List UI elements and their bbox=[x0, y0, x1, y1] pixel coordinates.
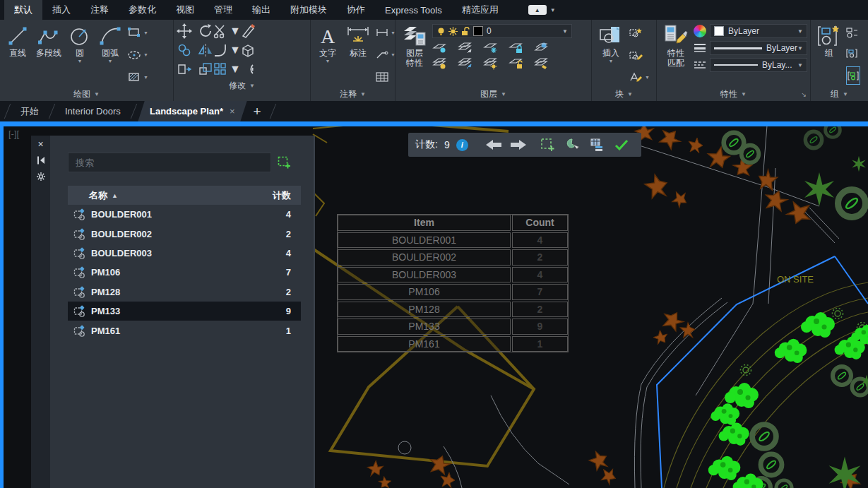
insert-block-button[interactable]: 插入 ▼ bbox=[596, 23, 626, 87]
insert-count-table-button[interactable] bbox=[588, 136, 606, 154]
trim-icon[interactable]: ▼ bbox=[213, 23, 241, 39]
text-dropdown-caret-icon[interactable]: ▼ bbox=[326, 59, 331, 64]
ribbon-tab-manage[interactable]: 管理 bbox=[204, 0, 242, 20]
lineweight-icon[interactable] bbox=[694, 43, 706, 53]
layer-make-current-icon[interactable] bbox=[534, 42, 549, 54]
line-button[interactable]: 直线 bbox=[4, 23, 31, 87]
rectangle-button[interactable]: ▼ bbox=[127, 25, 148, 40]
leader-button[interactable]: ▼ bbox=[376, 47, 396, 63]
object-color-dropdown[interactable]: ByLayer ▼ bbox=[710, 24, 807, 38]
hatch-button[interactable]: ▼ bbox=[127, 69, 148, 85]
finish-count-button[interactable] bbox=[612, 136, 631, 154]
stretch-icon[interactable] bbox=[177, 61, 192, 77]
layer-match-icon[interactable] bbox=[458, 57, 473, 70]
ribbon-tab-home[interactable]: 默认 bbox=[4, 0, 42, 20]
ribbon-tab-output[interactable]: 输出 bbox=[242, 0, 280, 20]
sort-ascending-icon[interactable]: ▲ bbox=[112, 192, 118, 199]
count-info-icon[interactable]: i bbox=[456, 139, 468, 151]
count-list-item-selected[interactable]: PM133 9 bbox=[68, 302, 301, 321]
ribbon-tab-featured-apps[interactable]: 精选应用 bbox=[452, 0, 509, 20]
ribbon-tab-parametric[interactable]: 参数化 bbox=[119, 0, 166, 20]
ribbon-tab-express-tools[interactable]: Express Tools bbox=[375, 0, 452, 20]
close-palette-icon[interactable]: × bbox=[37, 139, 43, 149]
new-drawing-button[interactable]: + bbox=[246, 101, 268, 121]
lineweight-dropdown[interactable]: ByLayer ▼ bbox=[710, 41, 807, 55]
ribbon-tab-annotate[interactable]: 注释 bbox=[81, 0, 119, 20]
create-block-button[interactable] bbox=[629, 25, 650, 40]
erase-icon[interactable] bbox=[240, 23, 256, 39]
panel-label-modify[interactable]: 修改▼ bbox=[174, 78, 310, 93]
layer-dropdown[interactable]: 0 ▼ bbox=[432, 24, 572, 38]
layer-lock-icon[interactable] bbox=[509, 42, 524, 54]
ribbon-tab-view[interactable]: 视图 bbox=[166, 0, 204, 20]
palette-settings-gear-icon[interactable] bbox=[36, 172, 46, 181]
ribbon-tab-collaborate[interactable]: 协作 bbox=[337, 0, 375, 20]
count-list-item[interactable]: PM128 2 bbox=[68, 282, 301, 302]
search-input[interactable] bbox=[68, 153, 271, 172]
move-icon[interactable] bbox=[177, 23, 192, 39]
count-list-header[interactable]: 名称 ▲ 计数 bbox=[68, 186, 301, 205]
dim-linear-button[interactable]: ▼ bbox=[376, 25, 396, 40]
table-button[interactable] bbox=[376, 69, 396, 85]
ungroup-button[interactable] bbox=[846, 25, 860, 40]
file-tab-start[interactable]: 开始 bbox=[12, 101, 47, 121]
panel-label-layers[interactable]: 图层▼ bbox=[396, 87, 591, 101]
count-list-item[interactable]: PM106 7 bbox=[68, 263, 301, 282]
panel-label-group[interactable]: 组▼ bbox=[811, 87, 868, 101]
panel-label-block[interactable]: 块▼ bbox=[592, 87, 656, 101]
edit-block-button[interactable] bbox=[629, 47, 650, 63]
circle-button[interactable]: 圆 ▼ bbox=[66, 23, 93, 87]
count-selected-area-button[interactable] bbox=[538, 136, 557, 154]
layer-isolate-icon[interactable] bbox=[432, 42, 448, 54]
layer-thaw-all-icon[interactable] bbox=[483, 57, 499, 70]
mirror-icon[interactable] bbox=[198, 42, 213, 58]
ellipse-button[interactable]: ▼ bbox=[127, 47, 148, 63]
count-list-item[interactable]: BOULDER003 4 bbox=[68, 244, 301, 263]
offset-icon[interactable] bbox=[240, 61, 256, 77]
select-objects-icon[interactable] bbox=[278, 156, 290, 169]
circle-dropdown-caret-icon[interactable]: ▼ bbox=[78, 59, 83, 64]
linetype-dropdown[interactable]: ByLay... ▼ bbox=[710, 58, 807, 72]
layer-unlock-all-icon[interactable] bbox=[509, 57, 524, 70]
text-button[interactable]: A 文字 ▼ bbox=[315, 23, 340, 87]
insert-dropdown-caret-icon[interactable]: ▼ bbox=[609, 59, 614, 64]
array-icon[interactable]: ▼ bbox=[213, 61, 241, 77]
auto-hide-pin-icon[interactable] bbox=[36, 155, 46, 165]
ribbon-minimize-button[interactable]: ▲ bbox=[528, 5, 547, 15]
layer-dropdown-caret-icon[interactable]: ▼ bbox=[562, 28, 568, 35]
count-list-item[interactable]: BOULDER002 2 bbox=[68, 224, 301, 243]
count-list-item[interactable]: PM161 1 bbox=[68, 321, 301, 340]
rotate-icon[interactable] bbox=[198, 23, 213, 39]
file-tab-interior-doors[interactable]: Interior Doors bbox=[57, 101, 129, 121]
linetype-icon[interactable] bbox=[694, 60, 706, 70]
copy-icon[interactable] bbox=[177, 42, 192, 58]
file-tab-landscape-plan[interactable]: Landscape Plan* × bbox=[138, 101, 246, 121]
layer-freeze-icon[interactable] bbox=[483, 42, 499, 54]
count-list-item[interactable]: BOULDER001 4 bbox=[68, 205, 301, 224]
group-edit-button[interactable] bbox=[846, 46, 860, 61]
arc-button[interactable]: 圆弧 ▼ bbox=[96, 23, 124, 87]
arc-dropdown-caret-icon[interactable]: ▼ bbox=[108, 59, 113, 64]
drawing-canvas[interactable]: [-][ bbox=[0, 121, 868, 488]
dimension-button[interactable]: 标注 bbox=[343, 23, 373, 87]
edit-attributes-button[interactable]: ▼ bbox=[629, 69, 650, 85]
panel-label-draw[interactable]: 绘图▼ bbox=[0, 87, 173, 101]
group-button[interactable]: 组 bbox=[815, 23, 843, 87]
next-object-button[interactable] bbox=[509, 136, 528, 154]
ribbon-tab-insert[interactable]: 插入 bbox=[42, 0, 81, 20]
properties-dialog-launcher-icon[interactable]: ↘ bbox=[801, 91, 807, 98]
panel-label-annotate[interactable]: 注释▼ bbox=[311, 87, 395, 101]
ribbon-tab-addins[interactable]: 附加模块 bbox=[280, 0, 337, 20]
explode-icon[interactable] bbox=[240, 42, 256, 58]
select-counted-objects-button[interactable] bbox=[563, 136, 581, 154]
close-tab-icon[interactable]: × bbox=[230, 106, 235, 117]
color-wheel-icon[interactable] bbox=[694, 25, 706, 37]
count-column-header[interactable]: 计数 bbox=[273, 189, 291, 202]
name-column-header[interactable]: 名称 bbox=[89, 189, 107, 202]
layer-properties-button[interactable]: 图层 特性 bbox=[400, 23, 429, 87]
previous-object-button[interactable] bbox=[484, 136, 503, 154]
match-properties-button[interactable]: 特性 匹配 bbox=[661, 23, 691, 87]
polyline-button[interactable]: 多段线 bbox=[34, 23, 64, 87]
layer-state-icon[interactable] bbox=[534, 57, 549, 70]
ribbon-minimize-caret-icon[interactable]: ▼ bbox=[550, 7, 556, 13]
